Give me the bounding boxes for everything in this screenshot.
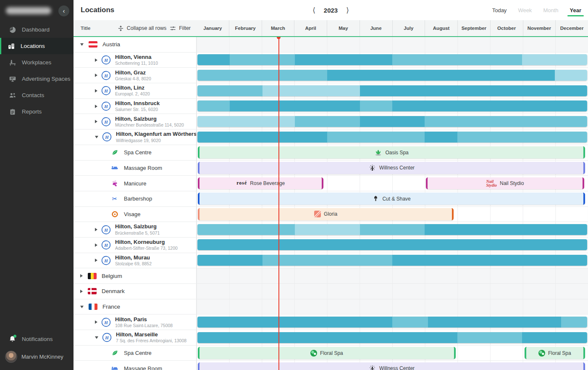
booking-bar[interactable]: NailStydioNail Stydio [426,177,584,190]
availability-bar[interactable] [197,70,587,81]
locations-icon [7,42,15,50]
availability-bar[interactable] [197,116,587,127]
row-title-cell[interactable]: HHilton, GrazGrieskai 4-8, 8020 [74,68,197,83]
booking-bar[interactable]: roséRose Beverage [198,177,323,190]
availability-bar[interactable] [197,85,587,96]
caret-down-icon[interactable] [95,336,98,339]
booking-bar[interactable]: Oasis Spa [198,146,585,159]
floral-icon [538,350,545,357]
row-title-cell[interactable]: Massage Room [74,161,197,176]
view-toggle-month[interactable]: Month [543,7,558,13]
booking-bar[interactable]: Floral Spa [198,347,456,359]
availability-segment [197,332,457,343]
availability-segment [428,317,561,328]
caret-right-icon[interactable] [95,228,97,231]
availability-segment [230,54,295,65]
view-toggle-year[interactable]: Year [570,7,581,13]
caret-right-icon[interactable] [95,243,97,247]
notifications-item[interactable]: Notifications [0,331,74,347]
availability-segment [295,224,360,235]
sparkle-person-icon [368,164,376,172]
availability-bar[interactable] [197,224,587,235]
view-toggle-week[interactable]: Week [518,7,532,13]
row-title-cell[interactable]: HHilton, SalzburgMünchner Bundesstraße 1… [74,114,197,129]
booking-bar[interactable]: Willness Center [198,362,585,370]
booking-bar-label: Cut & Shave [382,196,410,202]
hilton-logo: H [101,256,111,265]
sidebar-item-reports[interactable]: Reports [0,103,74,120]
availability-bar[interactable] [197,239,587,250]
caret-right-icon[interactable] [95,105,97,108]
row-title-cell[interactable]: ✂Barbershop [74,191,197,206]
filter-button[interactable]: Filter [170,25,191,32]
caret-right-icon[interactable] [80,290,83,293]
row-title-cell[interactable]: HHilton, Paris108 Rue Saint-Lazare, 7500… [74,314,197,330]
sidebar: ‹ DashboardLocationsWorkplacesAdvertisin… [0,0,74,370]
availability-bar[interactable] [197,255,587,266]
row-title-cell[interactable]: HHilton, InnsbruckSalurner Str. 15, 6020 [74,99,197,114]
availability-bar[interactable] [197,100,587,111]
row-title-cell[interactable]: HHilton, LinzEuropapl. 2, 4020 [74,83,197,98]
sidebar-item-workplaces[interactable]: Workplaces [0,54,74,71]
caret-right-icon[interactable] [95,58,97,62]
row-title-cell[interactable]: HHilton, MurauStolzalpe 69, 8852 [74,253,197,268]
hotel-text: Hilton, InnsbruckSalurner Str. 15, 6020 [115,100,160,112]
sidebar-collapse-button[interactable]: ‹ [58,5,69,16]
sidebar-item-label: Workplaces [22,59,51,66]
booking-bar[interactable]: Floral Spa [525,347,585,359]
row-title-cell[interactable]: Belgium [74,268,197,283]
reports-icon [8,108,16,116]
row-title-cell[interactable]: Visage [74,207,197,222]
hotel-address: Adalbert-Stifter-Straße 73, 1200 [115,246,178,251]
availability-bar[interactable] [197,54,587,65]
booking-bar[interactable]: Cut & Shave [198,193,585,205]
caret-down-icon[interactable] [80,306,84,308]
row-title-cell[interactable]: HHilton, KorneuburgAdalbert-Stifter-Stra… [74,238,197,253]
sidebar-item-contacts[interactable]: Contacts [0,87,74,103]
row-title-cell[interactable]: Spa Centre [74,346,197,361]
caret-right-icon[interactable] [95,259,97,262]
availability-segment [230,100,360,111]
row-title-cell[interactable]: HHilton, ViennaSchottenring 11, 1010 [74,53,197,68]
month-cell: December [555,20,588,36]
availability-segment [295,116,360,127]
collapse-all-rows-button[interactable]: Collapse all rows [118,25,166,32]
booking-bar[interactable]: Gloria [198,208,454,220]
month-cell: February [229,20,262,36]
month-cell: March [262,20,294,36]
hotel-row: HHilton, MurauStolzalpe 69, 8852 [74,253,588,269]
caret-right-icon[interactable] [95,89,97,92]
row-title-cell[interactable]: Spa Centre [74,145,197,160]
chevron-right-icon[interactable]: ⟩ [344,6,351,15]
booking-bar[interactable]: Willness Center [198,162,585,174]
row-title-cell[interactable]: HHilton, SalzburgBrückenstraße 5, 5071 [74,222,197,237]
caret-down-icon[interactable] [95,136,98,138]
row-title-cell[interactable]: Manicure [74,176,197,191]
user-profile[interactable]: Marvin McKinney [0,347,74,366]
availability-bar[interactable] [197,332,587,343]
availability-bar[interactable] [197,317,587,328]
row-title-cell[interactable]: France [74,299,197,314]
caret-right-icon[interactable] [80,274,83,278]
row-timeline-cell [197,130,588,145]
availability-bar[interactable] [197,132,587,143]
row-title-cell[interactable]: HHilton, Marseille7 Sq. des Frères Ambro… [74,330,197,345]
view-toggle-today[interactable]: Today [492,7,507,13]
caret-right-icon[interactable] [95,74,97,77]
availability-segment [197,85,262,96]
chevron-left-icon[interactable]: ⟨ [311,6,317,15]
row-title-cell[interactable]: Denmark [74,284,197,299]
caret-right-icon[interactable] [95,120,97,123]
service-label: Spa Centre [124,350,152,356]
sidebar-item-dashboard[interactable]: Dashboard [0,21,74,38]
hotel-row: HHilton, GrazGrieskai 4-8, 8020 [74,68,588,83]
caret-right-icon[interactable] [95,320,97,324]
today-line [278,37,279,370]
sidebar-item-advertising-spaces[interactable]: Advertising Spaces [0,71,74,87]
row-title-cell[interactable]: HHilton, Klagenfurt am WörtherseeWilfrie… [74,130,197,145]
caret-down-icon[interactable] [80,43,84,46]
row-title-cell[interactable]: Austria [74,37,197,52]
row-title-cell[interactable]: Massage Room [74,361,197,370]
country-label: Denmark [102,288,125,294]
sidebar-item-locations[interactable]: Locations [0,38,74,54]
